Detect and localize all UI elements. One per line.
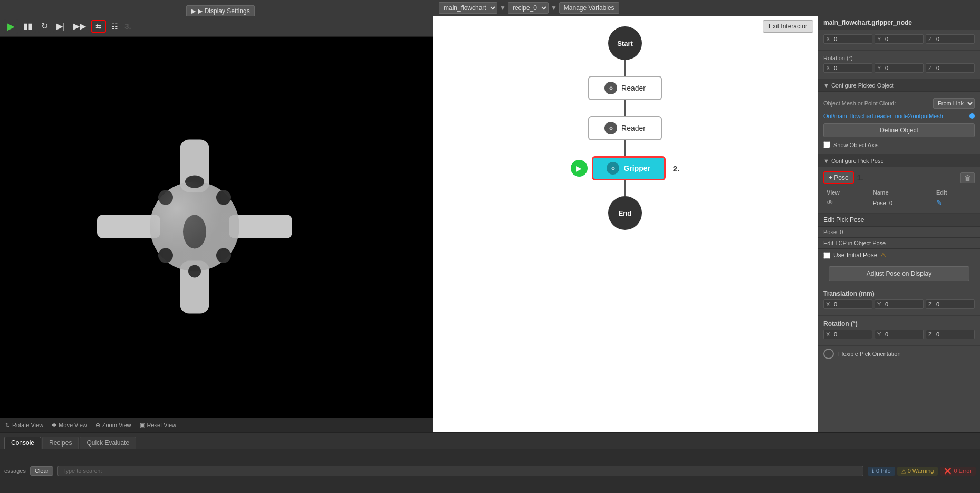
- edit-rot-y-field[interactable]: Y: [875, 330, 924, 339]
- edit-rot-z-input[interactable]: [936, 331, 972, 337]
- pos-z-label: Z: [928, 36, 935, 42]
- reset-view-control[interactable]: ▣ Reset View: [140, 422, 176, 429]
- gripper-play-icon: ▶: [571, 160, 588, 177]
- end-node[interactable]: End: [608, 196, 642, 230]
- output-mesh-link[interactable]: Out/main_flowchart.reader_node2/outputMe…: [823, 113, 967, 119]
- trans-z-field[interactable]: Z: [926, 299, 975, 309]
- exit-interactor-button[interactable]: Exit Interactor: [763, 20, 813, 33]
- rot-y-input[interactable]: [885, 65, 921, 71]
- reader-2-icon: ⚙: [604, 122, 617, 134]
- right-panel: main_flowchart.gripper_node X Y Z: [818, 16, 980, 432]
- reset-view-label: Reset View: [147, 422, 176, 428]
- rot-x-input[interactable]: [834, 65, 870, 71]
- reader-node-1[interactable]: ⚙ Reader: [588, 76, 662, 100]
- display-settings-button[interactable]: ▶ ▶ Display Settings: [186, 5, 254, 17]
- show-object-axis-label: Show Object Axis: [833, 142, 879, 148]
- refresh-button[interactable]: ↻: [38, 20, 51, 33]
- define-object-button[interactable]: Define Object: [823, 123, 975, 137]
- use-initial-pose-label: Use Initial Pose: [833, 252, 877, 259]
- play-button[interactable]: ▶: [4, 19, 18, 34]
- translation-section: Translation (mm) X Y Z: [818, 286, 980, 316]
- move-view-control[interactable]: ✚ Move View: [52, 422, 87, 429]
- trans-z-input[interactable]: [936, 301, 972, 307]
- edit-rotation-label: Rotation (°): [823, 320, 975, 327]
- pos-z-field[interactable]: Z: [926, 34, 975, 44]
- top-selectors-bar: ▶ ▶ Display Settings main_flowchart ▼ re…: [0, 0, 980, 16]
- pos-y-field[interactable]: Y: [875, 34, 924, 44]
- pos-y-input[interactable]: [885, 36, 921, 42]
- trans-y-field[interactable]: Y: [875, 299, 924, 309]
- pos-x-field[interactable]: X: [823, 34, 872, 44]
- flexible-pick-toggle[interactable]: [823, 349, 834, 359]
- show-object-axis-checkbox[interactable]: [823, 141, 830, 148]
- rot-y-field[interactable]: Y: [875, 63, 924, 73]
- trans-x-input[interactable]: [834, 301, 870, 307]
- configure-picked-title: Configure Picked Object: [831, 82, 894, 89]
- configure-pick-pose-content: + Pose 1. 🗑 View Name Edit: [818, 167, 980, 214]
- rotate-view-control[interactable]: ↻ Rotate View: [5, 422, 43, 429]
- edit-rot-x-field[interactable]: X: [823, 330, 872, 339]
- configure-picked-section-header[interactable]: ▼ Configure Picked Object: [818, 80, 980, 92]
- position-section: X Y Z: [818, 30, 980, 51]
- pose-edit-cell[interactable]: ✎: [934, 198, 974, 208]
- messages-label: essages: [4, 468, 26, 474]
- extra-button[interactable]: ☷: [108, 21, 121, 32]
- trans-x-field[interactable]: X: [823, 299, 872, 309]
- viewport: ▶ ▮▮ ↻ ▶| ▶▶ ⇆ ☷ 3.: [0, 16, 433, 432]
- gripper-row: ▶ ⚙ Gripper 2.: [571, 156, 680, 180]
- show-object-axis-row: Show Object Axis: [823, 139, 975, 150]
- eye-icon: 👁: [827, 199, 833, 207]
- viewport-canvas[interactable]: [0, 37, 433, 418]
- rotate-icon: ↻: [5, 422, 10, 429]
- trash-button[interactable]: 🗑: [960, 172, 975, 183]
- flexible-pick-row: Flexible Pick Orientation: [818, 346, 980, 362]
- info-badge: ℹ 0 Info: [868, 467, 895, 476]
- step-next-button[interactable]: ▶|: [53, 20, 68, 33]
- move-icon: ✚: [52, 422, 56, 429]
- rot-z-input[interactable]: [936, 65, 972, 71]
- connector-4: [624, 180, 626, 196]
- start-node[interactable]: Start: [608, 26, 642, 60]
- pos-x-input[interactable]: [834, 36, 870, 42]
- zoom-view-control[interactable]: ⊕ Zoom View: [95, 422, 131, 429]
- use-initial-pose-checkbox[interactable]: [823, 252, 830, 259]
- edit-rot-x-input[interactable]: [834, 331, 870, 337]
- edit-rot-z-field[interactable]: Z: [926, 330, 975, 339]
- flowchart-select[interactable]: main_flowchart: [439, 2, 497, 14]
- trans-y-input[interactable]: [885, 301, 921, 307]
- zoom-view-label: Zoom View: [102, 422, 131, 428]
- rot-z-label: Z: [928, 65, 935, 71]
- gripper-node[interactable]: ⚙ Gripper: [592, 156, 666, 180]
- step-prev-button[interactable]: ▶▶: [70, 20, 89, 33]
- mesh-select[interactable]: From Link: [933, 98, 975, 109]
- edit-rot-y-input[interactable]: [885, 331, 921, 337]
- console-tab[interactable]: Console: [4, 437, 41, 449]
- pause-button[interactable]: ▮▮: [20, 20, 36, 33]
- bottom-panel: Console Recipes Quick Evaluate essages C…: [0, 432, 980, 493]
- adjust-pose-button[interactable]: Adjust Pose on Display: [829, 266, 969, 281]
- add-pose-button[interactable]: + Pose: [823, 171, 854, 184]
- recipe-select[interactable]: recipe_0: [508, 2, 549, 14]
- trans-z-label: Z: [928, 301, 935, 307]
- rot-z-field[interactable]: Z: [926, 63, 975, 73]
- warning-icon: ⚠: [880, 252, 886, 259]
- manage-variables-button[interactable]: Manage Variables: [559, 2, 619, 14]
- status-badges: ℹ 0 Info △ 0 Warning ❌ 0 Error: [868, 467, 976, 476]
- reader-1-icon: ⚙: [604, 82, 617, 94]
- edit-pose-icon: ✎: [936, 199, 942, 207]
- active-button[interactable]: ⇆: [91, 20, 106, 33]
- console-search-input[interactable]: [57, 466, 863, 476]
- pos-z-input[interactable]: [936, 36, 972, 42]
- rot-x-field[interactable]: X: [823, 63, 872, 73]
- clear-button[interactable]: Clear: [30, 466, 53, 476]
- recipes-tab[interactable]: Recipes: [42, 437, 79, 449]
- display-icon: ▶: [191, 7, 196, 15]
- flowchart-content[interactable]: Start ⚙ Reader ⚙ Reader: [433, 16, 818, 432]
- pose-eye-cell[interactable]: 👁: [824, 198, 870, 208]
- gripper-number-badge: 2.: [673, 164, 680, 173]
- error-badge-text: 0 Error: [954, 468, 972, 474]
- edit-column-header: Edit: [934, 188, 974, 197]
- reader-node-2[interactable]: ⚙ Reader: [588, 116, 662, 140]
- configure-pick-pose-header[interactable]: ▼ Configure Pick Pose: [818, 155, 980, 167]
- quick-evaluate-tab[interactable]: Quick Evaluate: [80, 437, 136, 449]
